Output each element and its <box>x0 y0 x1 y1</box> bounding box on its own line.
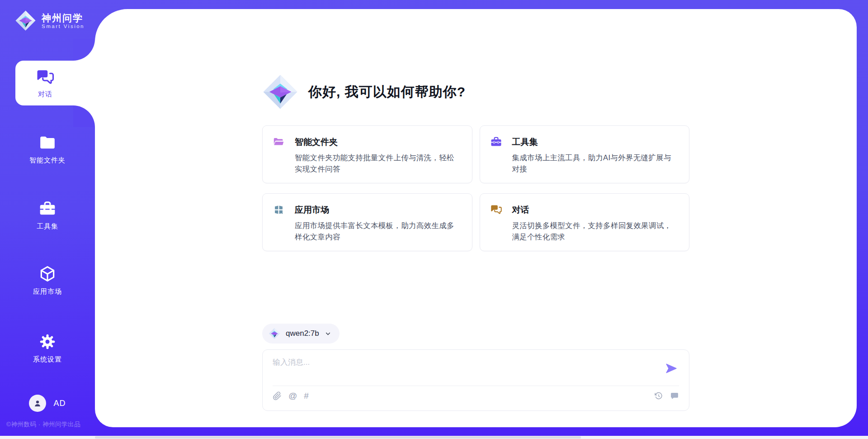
card-chat[interactable]: 对话 灵活切换多模型文件，支持多样回复效果调试，满足个性化需求 <box>480 193 690 251</box>
card-description: 应用市场提供丰富长文本模板，助力高效生成多样化文章内容 <box>295 220 461 243</box>
app-window: { "brand": {"name": "神州问学", "subtitle": … <box>0 0 868 439</box>
card-title: 应用市场 <box>295 204 329 216</box>
composer: @ # <box>262 349 689 411</box>
card-app-market[interactable]: 应用市场 应用市场提供丰富长文本模板，助力高效生成多样化文章内容 <box>262 193 472 251</box>
mention-button[interactable]: @ <box>288 391 297 401</box>
greeting-title: 你好, 我可以如何帮助你? <box>308 83 466 101</box>
card-description: 智能文件夹功能支持批量文件上传与清洗，轻松实现文件问答 <box>295 152 461 175</box>
copyright: ©神州数码 · 神州问学出品 <box>6 420 80 429</box>
horizontal-scrollbar[interactable] <box>0 436 868 439</box>
card-toolset[interactable]: 工具集 集成市场上主流工具，助力AI与外界无缝扩展与对接 <box>480 125 690 183</box>
sidebar-item-settings[interactable]: 系统设置 <box>0 333 95 364</box>
card-smart-folder[interactable]: 智能文件夹 智能文件夹功能支持批量文件上传与清洗，轻松实现文件问答 <box>262 125 472 183</box>
chat-bubble-icon <box>670 391 679 401</box>
sidebar-item-label: 智能文件夹 <box>29 156 66 165</box>
toolbox-icon <box>490 136 502 148</box>
cube-icon <box>38 265 57 283</box>
brand-subtitle: Smart Vision <box>42 24 85 29</box>
topic-button[interactable]: # <box>304 391 309 401</box>
chat-bubbles-icon <box>490 204 502 216</box>
card-description: 灵活切换多模型文件，支持多样回复效果调试，满足个性化需求 <box>512 220 679 243</box>
send-icon <box>665 363 677 374</box>
diamond-logo-icon <box>15 10 36 31</box>
sidebar-item-label: 应用市场 <box>33 287 62 296</box>
chevron-down-icon <box>325 330 331 337</box>
quick-reply-button[interactable] <box>670 391 679 401</box>
history-button[interactable] <box>654 391 663 401</box>
send-button[interactable] <box>665 363 677 374</box>
hash-icon: # <box>304 391 309 401</box>
sidebar-item-label: 对话 <box>38 90 52 99</box>
folder-icon <box>38 134 57 152</box>
brand-name: 神州问学 <box>42 12 85 24</box>
sidebar-item-chat[interactable]: 对话 <box>15 61 95 105</box>
model-logo-icon <box>269 328 280 339</box>
card-title: 智能文件夹 <box>295 136 338 148</box>
avatar <box>29 395 46 412</box>
message-input[interactable] <box>273 356 659 382</box>
tab-curve-top <box>73 39 95 61</box>
model-selector[interactable]: qwen2:7b <box>262 324 340 344</box>
tab-curve-bottom <box>73 105 95 127</box>
sidebar-item-label: 系统设置 <box>33 355 62 364</box>
scrollbar-thumb[interactable] <box>95 436 581 439</box>
sidebar-item-smart-folder[interactable]: 智能文件夹 <box>0 134 95 165</box>
card-description: 集成市场上主流工具，助力AI与外界无缝扩展与对接 <box>512 152 679 175</box>
card-title: 工具集 <box>512 136 538 148</box>
person-icon <box>33 398 42 408</box>
toolbox-icon <box>38 200 57 218</box>
greeting-logo-icon <box>262 73 298 110</box>
brand: 神州问学 Smart Vision <box>15 10 85 31</box>
gear-icon <box>38 333 57 351</box>
sidebar-item-toolset[interactable]: 工具集 <box>0 200 95 231</box>
feature-cards: 智能文件夹 智能文件夹功能支持批量文件上传与清洗，轻松实现文件问答 <box>262 125 689 251</box>
paperclip-icon <box>273 391 282 401</box>
user-profile[interactable]: AD <box>0 395 95 412</box>
attach-button[interactable] <box>273 391 282 401</box>
user-name: AD <box>53 399 66 408</box>
greeting: 你好, 我可以如何帮助你? <box>262 73 689 110</box>
grid-cube-icon <box>273 204 285 216</box>
card-title: 对话 <box>512 204 529 216</box>
chat-bubbles-icon <box>36 68 55 87</box>
history-icon <box>654 391 663 401</box>
at-icon: @ <box>288 391 297 401</box>
model-name: qwen2:7b <box>286 329 319 338</box>
open-folder-icon <box>273 136 285 148</box>
sidebar-item-label: 工具集 <box>37 222 58 231</box>
sidebar-item-app-market[interactable]: 应用市场 <box>0 265 95 296</box>
